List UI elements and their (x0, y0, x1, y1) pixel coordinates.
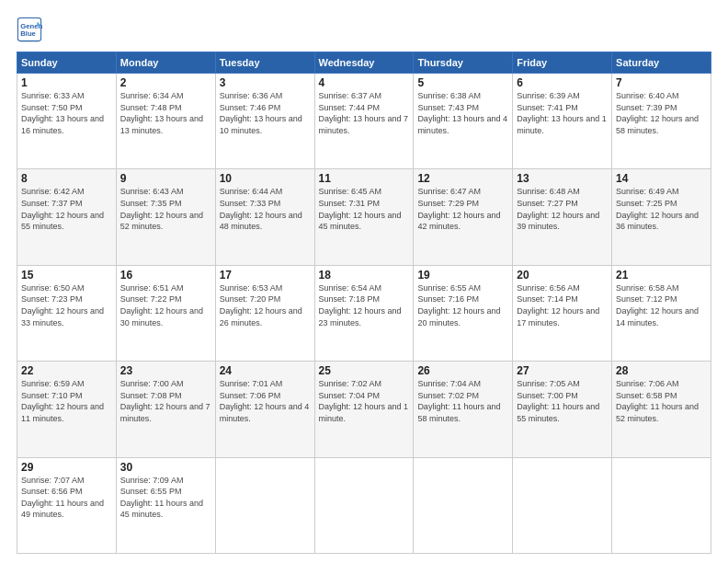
day-info: Sunrise: 6:43 AMSunset: 7:35 PMDaylight:… (120, 186, 211, 232)
day-info: Sunrise: 7:07 AMSunset: 6:56 PMDaylight:… (21, 475, 112, 521)
day-number: 5 (417, 76, 508, 89)
day-number: 3 (220, 76, 311, 89)
calendar-cell: 12Sunrise: 6:47 AMSunset: 7:29 PMDayligh… (414, 169, 513, 265)
day-number: 14 (616, 172, 707, 185)
day-info: Sunrise: 6:54 AMSunset: 7:18 PMDaylight:… (319, 282, 410, 328)
day-number: 19 (417, 269, 508, 282)
day-info: Sunrise: 7:02 AMSunset: 7:04 PMDaylight:… (319, 378, 410, 424)
calendar-week-3: 15Sunrise: 6:50 AMSunset: 7:23 PMDayligh… (17, 265, 711, 361)
day-number: 22 (21, 364, 112, 377)
calendar-cell: 4Sunrise: 6:37 AMSunset: 7:44 PMDaylight… (314, 74, 414, 169)
svg-text:General: General (20, 22, 42, 30)
day-info: Sunrise: 6:55 AMSunset: 7:16 PMDaylight:… (417, 282, 508, 328)
calendar-cell: 16Sunrise: 6:51 AMSunset: 7:22 PMDayligh… (116, 265, 215, 361)
calendar-cell: 2Sunrise: 6:34 AMSunset: 7:48 PMDaylight… (116, 74, 215, 169)
day-number: 16 (120, 269, 211, 282)
day-number: 28 (616, 364, 707, 377)
day-number: 13 (517, 172, 608, 185)
day-number: 4 (319, 76, 410, 89)
calendar-cell (612, 457, 711, 553)
day-number: 10 (220, 172, 311, 185)
day-info: Sunrise: 6:39 AMSunset: 7:41 PMDaylight:… (517, 90, 608, 136)
day-number: 25 (319, 364, 410, 377)
day-number: 18 (319, 269, 410, 282)
calendar-cell: 24Sunrise: 7:01 AMSunset: 7:06 PMDayligh… (215, 362, 314, 457)
calendar-cell: 29Sunrise: 7:07 AMSunset: 6:56 PMDayligh… (17, 457, 117, 553)
day-number: 6 (517, 76, 608, 89)
day-number: 21 (616, 269, 707, 282)
day-info: Sunrise: 6:48 AMSunset: 7:27 PMDaylight:… (517, 186, 608, 232)
day-number: 30 (120, 461, 211, 474)
calendar-cell: 11Sunrise: 6:45 AMSunset: 7:31 PMDayligh… (314, 169, 414, 265)
col-header-monday: Monday (116, 52, 215, 74)
day-info: Sunrise: 6:58 AMSunset: 7:12 PMDaylight:… (616, 282, 707, 328)
calendar-week-5: 29Sunrise: 7:07 AMSunset: 6:56 PMDayligh… (17, 457, 711, 553)
day-info: Sunrise: 6:34 AMSunset: 7:48 PMDaylight:… (120, 90, 211, 136)
day-info: Sunrise: 6:47 AMSunset: 7:29 PMDaylight:… (417, 186, 508, 232)
day-info: Sunrise: 6:40 AMSunset: 7:39 PMDaylight:… (616, 90, 707, 136)
day-info: Sunrise: 6:50 AMSunset: 7:23 PMDaylight:… (21, 282, 112, 328)
day-info: Sunrise: 6:38 AMSunset: 7:43 PMDaylight:… (417, 90, 508, 136)
calendar-cell: 30Sunrise: 7:09 AMSunset: 6:55 PMDayligh… (116, 457, 215, 553)
calendar-cell (215, 457, 314, 553)
day-info: Sunrise: 6:45 AMSunset: 7:31 PMDaylight:… (319, 186, 410, 232)
col-header-sunday: Sunday (17, 52, 117, 74)
day-number: 24 (220, 364, 311, 377)
col-header-friday: Friday (513, 52, 612, 74)
day-info: Sunrise: 7:04 AMSunset: 7:02 PMDaylight:… (417, 378, 508, 424)
day-info: Sunrise: 6:42 AMSunset: 7:37 PMDaylight:… (21, 186, 112, 232)
day-info: Sunrise: 6:59 AMSunset: 7:10 PMDaylight:… (21, 378, 112, 424)
calendar-cell: 26Sunrise: 7:04 AMSunset: 7:02 PMDayligh… (414, 362, 513, 457)
day-number: 8 (21, 172, 112, 185)
day-number: 12 (417, 172, 508, 185)
svg-text:Blue: Blue (20, 29, 36, 38)
calendar-cell: 8Sunrise: 6:42 AMSunset: 7:37 PMDaylight… (17, 169, 117, 265)
day-info: Sunrise: 6:53 AMSunset: 7:20 PMDaylight:… (220, 282, 311, 328)
day-number: 20 (517, 269, 608, 282)
day-number: 23 (120, 364, 211, 377)
day-number: 29 (21, 461, 112, 474)
calendar-cell: 20Sunrise: 6:56 AMSunset: 7:14 PMDayligh… (513, 265, 612, 361)
day-number: 26 (417, 364, 508, 377)
day-info: Sunrise: 6:49 AMSunset: 7:25 PMDaylight:… (616, 186, 707, 232)
col-header-saturday: Saturday (612, 52, 711, 74)
day-number: 9 (120, 172, 211, 185)
calendar-cell: 25Sunrise: 7:02 AMSunset: 7:04 PMDayligh… (314, 362, 414, 457)
logo: General Blue (17, 17, 46, 42)
calendar-week-2: 8Sunrise: 6:42 AMSunset: 7:37 PMDaylight… (17, 169, 711, 265)
day-info: Sunrise: 6:37 AMSunset: 7:44 PMDaylight:… (319, 90, 410, 136)
day-info: Sunrise: 7:09 AMSunset: 6:55 PMDaylight:… (120, 475, 211, 521)
col-header-thursday: Thursday (414, 52, 513, 74)
calendar-cell: 21Sunrise: 6:58 AMSunset: 7:12 PMDayligh… (612, 265, 711, 361)
day-info: Sunrise: 6:44 AMSunset: 7:33 PMDaylight:… (220, 186, 311, 232)
calendar-cell (314, 457, 414, 553)
col-header-wednesday: Wednesday (314, 52, 414, 74)
day-info: Sunrise: 6:36 AMSunset: 7:46 PMDaylight:… (220, 90, 311, 136)
day-number: 11 (319, 172, 410, 185)
day-info: Sunrise: 7:01 AMSunset: 7:06 PMDaylight:… (220, 378, 311, 424)
header: General Blue (17, 17, 711, 42)
calendar-cell: 14Sunrise: 6:49 AMSunset: 7:25 PMDayligh… (612, 169, 711, 265)
calendar-cell: 1Sunrise: 6:33 AMSunset: 7:50 PMDaylight… (17, 74, 117, 169)
day-info: Sunrise: 7:06 AMSunset: 6:58 PMDaylight:… (616, 378, 707, 424)
calendar-cell (513, 457, 612, 553)
calendar-week-1: 1Sunrise: 6:33 AMSunset: 7:50 PMDaylight… (17, 74, 711, 169)
calendar-cell: 10Sunrise: 6:44 AMSunset: 7:33 PMDayligh… (215, 169, 314, 265)
day-number: 7 (616, 76, 707, 89)
page: General Blue SundayMondayTuesdayWednesda… (0, 0, 728, 563)
col-header-tuesday: Tuesday (215, 52, 314, 74)
calendar-cell: 28Sunrise: 7:06 AMSunset: 6:58 PMDayligh… (612, 362, 711, 457)
day-number: 17 (220, 269, 311, 282)
day-number: 15 (21, 269, 112, 282)
day-info: Sunrise: 7:05 AMSunset: 7:00 PMDaylight:… (517, 378, 608, 424)
calendar-cell: 19Sunrise: 6:55 AMSunset: 7:16 PMDayligh… (414, 265, 513, 361)
calendar-cell: 15Sunrise: 6:50 AMSunset: 7:23 PMDayligh… (17, 265, 117, 361)
day-number: 1 (21, 76, 112, 89)
calendar-cell: 5Sunrise: 6:38 AMSunset: 7:43 PMDaylight… (414, 74, 513, 169)
calendar-week-4: 22Sunrise: 6:59 AMSunset: 7:10 PMDayligh… (17, 362, 711, 457)
calendar-cell: 9Sunrise: 6:43 AMSunset: 7:35 PMDaylight… (116, 169, 215, 265)
day-number: 2 (120, 76, 211, 89)
day-number: 27 (517, 364, 608, 377)
day-info: Sunrise: 7:00 AMSunset: 7:08 PMDaylight:… (120, 378, 211, 424)
calendar-cell: 23Sunrise: 7:00 AMSunset: 7:08 PMDayligh… (116, 362, 215, 457)
